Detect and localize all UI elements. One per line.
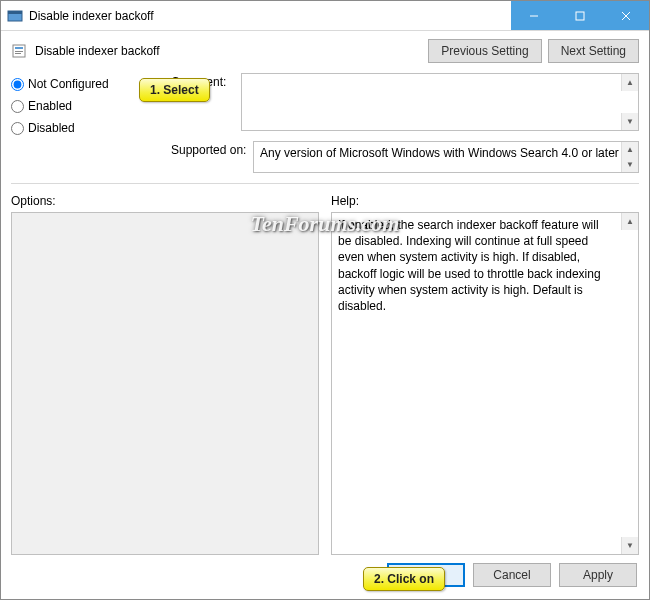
- supported-label: Supported on:: [171, 141, 253, 173]
- minimize-button[interactable]: [511, 1, 557, 30]
- dialog-window: Disable indexer backoff Disable indexer …: [0, 0, 650, 600]
- callout-select: 1. Select: [139, 78, 210, 102]
- radio-enabled-input[interactable]: [11, 100, 24, 113]
- options-column: Options:: [11, 192, 319, 555]
- supported-textbox: Any version of Microsoft Windows with Wi…: [253, 141, 639, 173]
- help-column: Help: If enabled, the search indexer bac…: [331, 192, 639, 555]
- cancel-button[interactable]: Cancel: [473, 563, 551, 587]
- window-title: Disable indexer backoff: [29, 9, 511, 23]
- close-button[interactable]: [603, 1, 649, 30]
- comment-area: Comment: ▲ ▼ Supported on: Any version o…: [171, 73, 639, 173]
- supported-text: Any version of Microsoft Windows with Wi…: [260, 146, 619, 160]
- scroll-up-icon[interactable]: ▲: [621, 142, 638, 157]
- titlebar: Disable indexer backoff: [1, 1, 649, 31]
- panels-row: Options: Help: If enabled, the search in…: [1, 188, 649, 555]
- supported-scroll: ▲ ▼: [621, 142, 638, 172]
- previous-setting-button[interactable]: Previous Setting: [428, 39, 541, 63]
- radio-not-configured-input[interactable]: [11, 78, 24, 91]
- policy-title: Disable indexer backoff: [35, 44, 428, 58]
- radio-enabled-label: Enabled: [28, 99, 72, 113]
- divider: [11, 183, 639, 184]
- scroll-up-icon[interactable]: ▲: [621, 213, 638, 230]
- comment-textbox[interactable]: ▲ ▼: [241, 73, 639, 131]
- svg-rect-7: [15, 47, 23, 49]
- options-panel: [11, 212, 319, 555]
- window-controls: [511, 1, 649, 30]
- radio-disabled-label: Disabled: [28, 121, 75, 135]
- svg-rect-9: [15, 53, 21, 54]
- options-label: Options:: [11, 192, 319, 212]
- config-row: Not Configured Enabled Disabled 1. Selec…: [1, 67, 649, 175]
- radio-disabled[interactable]: Disabled: [11, 121, 171, 135]
- scroll-down-icon[interactable]: ▼: [621, 113, 638, 130]
- help-label: Help:: [331, 192, 639, 212]
- policy-icon: [11, 43, 27, 59]
- subheader: Disable indexer backoff Previous Setting…: [1, 31, 649, 67]
- scroll-up-icon[interactable]: ▲: [621, 74, 638, 91]
- radio-disabled-input[interactable]: [11, 122, 24, 135]
- radio-not-configured-label: Not Configured: [28, 77, 109, 91]
- app-icon: [7, 8, 23, 24]
- scroll-down-icon[interactable]: ▼: [621, 537, 638, 554]
- svg-rect-1: [8, 11, 22, 14]
- footer: 2. Click on OK Cancel Apply: [1, 555, 649, 599]
- svg-rect-8: [15, 51, 23, 52]
- callout-clickon: 2. Click on: [363, 567, 445, 591]
- maximize-button[interactable]: [557, 1, 603, 30]
- scroll-down-icon[interactable]: ▼: [621, 157, 638, 172]
- next-setting-button[interactable]: Next Setting: [548, 39, 639, 63]
- apply-button[interactable]: Apply: [559, 563, 637, 587]
- help-text: If enabled, the search indexer backoff f…: [338, 217, 632, 314]
- state-radio-group: Not Configured Enabled Disabled 1. Selec…: [11, 73, 171, 173]
- comment-scroll: ▲ ▼: [621, 74, 638, 130]
- help-scroll: ▲ ▼: [621, 213, 638, 554]
- svg-rect-3: [576, 12, 584, 20]
- help-panel: If enabled, the search indexer backoff f…: [331, 212, 639, 555]
